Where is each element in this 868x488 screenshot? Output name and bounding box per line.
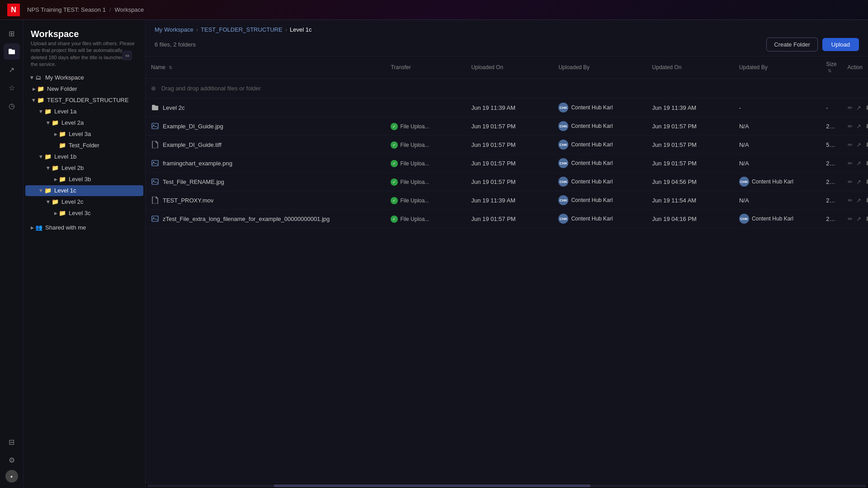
- tree-test-folder2[interactable]: ▶ 📁 Test_Folder: [25, 140, 143, 151]
- my-workspace-arrow: ▶: [29, 75, 35, 81]
- clock-icon-btn[interactable]: ◷: [4, 98, 20, 114]
- edit-icon[interactable]: ✏: [848, 123, 853, 130]
- updated-by-value: N/A: [739, 123, 749, 130]
- tree-level3a[interactable]: ▶ 📁 Level 3a: [25, 129, 143, 140]
- col-header-uploaded-on: Uploaded On: [466, 56, 553, 79]
- uploaded-by-cell: CHK Content Hub Karl: [553, 210, 646, 228]
- tree-test-folder-structure[interactable]: ▶ 📁 TEST_FOLDER_STRUCTURE: [25, 95, 143, 106]
- table-row[interactable]: Example_DI_Guide.jpg ✓ File Uploa... Jun…: [146, 117, 868, 136]
- share-action-icon[interactable]: ↗: [856, 123, 861, 130]
- action-icons: ✏ ↗ ⬇ ⋮: [848, 123, 863, 130]
- layout-icon-btn[interactable]: ⊟: [4, 434, 20, 450]
- table-row[interactable]: Example_DI_Guide.tiff ✓ File Uploa... Ju…: [146, 136, 868, 154]
- breadcrumb-sep1: /: [109, 6, 111, 13]
- download-icon[interactable]: ⬇: [865, 123, 868, 130]
- action-icons: ✏ ↗ ⬇ ⋮: [848, 216, 863, 222]
- settings-icon-btn[interactable]: ⚙: [4, 452, 20, 468]
- tree-level2a[interactable]: ▶ 📁 Level 2a: [25, 117, 143, 128]
- transfer-text: File Uploa...: [400, 197, 429, 204]
- action-cell: ✏ ↗ ⬇ ⋮: [842, 136, 868, 154]
- download-icon[interactable]: ⬇: [865, 104, 868, 111]
- user-avatar-icon[interactable]: ●: [5, 470, 18, 483]
- share-action-icon[interactable]: ↗: [856, 160, 861, 167]
- user-name: Content Hub Karl: [571, 216, 613, 222]
- svg-rect-2: [152, 160, 158, 166]
- updated-on-cell: Jun 19 11:39 AM: [647, 99, 734, 117]
- tree-my-workspace[interactable]: ▶ 🗂 My Workspace: [25, 72, 143, 83]
- file-name: Example_DI_Guide.tiff: [163, 141, 222, 148]
- uploaded-by-cell: CHK Content Hub Karl: [553, 154, 646, 173]
- share-action-icon[interactable]: ↗: [856, 141, 861, 148]
- grid-icon-btn[interactable]: ⊞: [4, 25, 20, 42]
- upload-button[interactable]: Upload: [822, 38, 859, 51]
- user-avatar: CHK: [739, 177, 749, 187]
- size-cell: 289.94 KB: [821, 210, 842, 228]
- share-action-icon[interactable]: ↗: [856, 197, 861, 204]
- table-row[interactable]: zTest_File_extra_long_filename_for_examp…: [146, 210, 868, 228]
- test-folder-arrow: ▶: [31, 97, 37, 103]
- new-folder-label: New Folder: [47, 85, 77, 92]
- level1a-label: Level 1a: [54, 108, 76, 115]
- edit-icon[interactable]: ✏: [848, 178, 853, 185]
- download-icon[interactable]: ⬇: [865, 178, 868, 185]
- level1b-arrow: ▶: [38, 154, 44, 160]
- size-cell: -: [821, 99, 842, 117]
- scrollbar-thumb[interactable]: [274, 484, 590, 487]
- tree-level1a[interactable]: ▶ 📁 Level 1a: [25, 106, 143, 117]
- level1b-label: Level 1b: [54, 153, 76, 160]
- share-icon-btn[interactable]: ↗: [4, 61, 20, 78]
- folder-icon-btn[interactable]: [4, 43, 20, 60]
- share-action-icon[interactable]: ↗: [856, 104, 861, 111]
- file-name-cell: Example_DI_Guide.jpg: [151, 122, 380, 130]
- size-cell: 228.1 KB: [821, 154, 842, 173]
- name-sort-icon: ⇅: [169, 65, 172, 70]
- size-cell: 289.94 KB: [821, 173, 842, 191]
- file-name: framingchart_example.png: [163, 160, 232, 167]
- edit-icon[interactable]: ✏: [848, 216, 853, 222]
- status-dot: ✓: [391, 160, 398, 167]
- tree-new-folder[interactable]: ▶ 📁 New Folder: [25, 84, 143, 94]
- table-row[interactable]: TEST_PROXY.mov ✓ File Uploa... Jun 19 11…: [146, 191, 868, 210]
- level2b-arrow: ▶: [45, 165, 52, 171]
- breadcrumb-my-workspace[interactable]: My Workspace: [155, 26, 193, 33]
- edit-icon[interactable]: ✏: [848, 141, 853, 148]
- share-action-icon[interactable]: ↗: [856, 216, 861, 222]
- tree-level2b[interactable]: ▶ 📁 Level 2b: [25, 163, 143, 174]
- star-icon-btn[interactable]: ☆: [4, 80, 20, 96]
- table-row[interactable]: Test_File_RENAME.jpg ✓ File Uploa... Jun…: [146, 173, 868, 191]
- download-icon[interactable]: ⬇: [865, 141, 868, 148]
- download-icon[interactable]: ⬇: [865, 197, 868, 204]
- create-folder-button[interactable]: Create Folder: [766, 38, 817, 52]
- table-row[interactable]: framingchart_example.png ✓ File Uploa...…: [146, 154, 868, 173]
- bottom-scrollbar[interactable]: [146, 483, 868, 488]
- edit-icon[interactable]: ✏: [848, 197, 853, 204]
- share-action-icon[interactable]: ↗: [856, 178, 861, 185]
- tree-shared-with-me[interactable]: ▶ 👥 Shared with me: [25, 222, 143, 233]
- col-header-action: Action: [842, 56, 868, 79]
- level3b-folder-icon: 📁: [59, 176, 66, 183]
- tree-level2c[interactable]: ▶ 📁 Level 2c: [25, 197, 143, 207]
- updated-on-cell: Jun 19 01:57 PM: [647, 136, 734, 154]
- transfer-cell: ✓ File Uploa...: [385, 154, 466, 173]
- tree-level3b[interactable]: ▶ 📁 Level 3b: [25, 174, 143, 185]
- col-header-size[interactable]: Size ⇅: [821, 56, 842, 79]
- download-icon[interactable]: ⬇: [865, 160, 868, 167]
- user-avatar: CHK: [558, 103, 568, 113]
- tree-level1c[interactable]: ▶ 📁 Level 1c: [25, 185, 143, 196]
- file-table-container: Name ⇅ Transfer Uploaded On Uploaded By …: [146, 56, 868, 483]
- download-icon[interactable]: ⬇: [865, 216, 868, 222]
- scrollbar-track[interactable]: [147, 484, 866, 487]
- edit-icon[interactable]: ✏: [848, 160, 853, 167]
- user-avatar: CHK: [558, 140, 568, 150]
- edit-icon[interactable]: ✏: [848, 104, 853, 111]
- updated-by-value: -: [739, 104, 741, 111]
- col-header-name[interactable]: Name ⇅: [146, 56, 385, 79]
- table-row[interactable]: Level 2c Jun 19 11:39 AM CHK Content Hub…: [146, 99, 868, 117]
- breadcrumb-test-folder[interactable]: TEST_FOLDER_STRUCTURE: [201, 26, 283, 33]
- file-name-cell: Level 2c: [151, 103, 380, 112]
- tree-level3c[interactable]: ▶ 📁 Level 3c: [25, 208, 143, 219]
- tree-level1b[interactable]: ▶ 📁 Level 1b: [25, 151, 143, 162]
- status-badge: ✓ File Uploa...: [391, 197, 429, 204]
- test-folder-icon: 📁: [37, 97, 44, 104]
- transfer-cell: ✓ File Uploa...: [385, 210, 466, 228]
